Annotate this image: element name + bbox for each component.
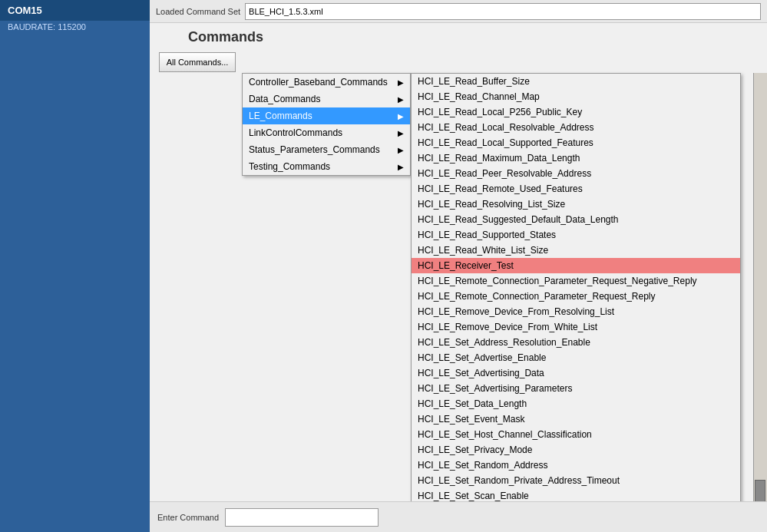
submenu-item-hci-le-set-random-address[interactable]: HCI_LE_Set_Random_Address bbox=[412, 458, 740, 473]
menu-item-status_parameters_commands[interactable]: Status_Parameters_Commands▶ bbox=[243, 141, 410, 158]
submenu-item-hci-le-receiver-test[interactable]: HCI_LE_Receiver_Test bbox=[412, 258, 740, 273]
commands-area: Commands All Commands... Controller_Base… bbox=[150, 23, 767, 501]
submenu-item-hci-le-set-advertising-data[interactable]: HCI_LE_Set_Advertising_Data bbox=[412, 365, 740, 381]
submenu-item-hci-le-set-random-private-address-timeout[interactable]: HCI_LE_Set_Random_Private_Address_Timeou… bbox=[412, 473, 740, 488]
sidebar-port: COM15 bbox=[0, 0, 150, 21]
le-commands-submenu: HCI_LE_Read_Buffer_SizeHCI_LE_Read_Chann… bbox=[411, 73, 741, 501]
submenu-item-hci-le-read-white-list-size[interactable]: HCI_LE_Read_White_List_Size bbox=[412, 243, 740, 258]
submenu-item-hci-le-remote-connection-parameter-request-negative-reply[interactable]: HCI_LE_Remote_Connection_Parameter_Reque… bbox=[412, 273, 740, 289]
command-set-input[interactable] bbox=[245, 3, 761, 20]
submenu-item-hci-le-remote-connection-parameter-request-reply[interactable]: HCI_LE_Remote_Connection_Parameter_Reque… bbox=[412, 289, 740, 304]
submenu-item-hci-le-set-privacy-mode[interactable]: HCI_LE_Set_Privacy_Mode bbox=[412, 442, 740, 458]
submenu-item-hci-le-remove-device-from-resolving-list[interactable]: HCI_LE_Remove_Device_From_Resolving_List bbox=[412, 304, 740, 319]
main-dropdown-menu: Controller_Baseband_Commands▶Data_Comman… bbox=[242, 73, 411, 176]
submenu-item-hci-le-read-resolving-list-size[interactable]: HCI_LE_Read_Resolving_List_Size bbox=[412, 197, 740, 212]
submenu-item-hci-le-set-advertising-parameters[interactable]: HCI_LE_Set_Advertising_Parameters bbox=[412, 381, 740, 396]
menu-item-controller_baseband_commands[interactable]: Controller_Baseband_Commands▶ bbox=[243, 74, 410, 91]
menu-item-data_commands[interactable]: Data_Commands▶ bbox=[243, 91, 410, 107]
menu-item-testing_commands[interactable]: Testing_Commands▶ bbox=[243, 158, 410, 175]
menu-item-linkcontrolcommands[interactable]: LinkControlCommands▶ bbox=[243, 124, 410, 141]
submenu-arrow: ▶ bbox=[398, 78, 404, 87]
scrollbar[interactable] bbox=[753, 73, 767, 501]
submenu-item-hci-le-read-peer-resolvable-address[interactable]: HCI_LE_Read_Peer_Resolvable_Address bbox=[412, 166, 740, 181]
submenu-item-hci-le-set-address-resolution-enable[interactable]: HCI_LE_Set_Address_Resolution_Enable bbox=[412, 335, 740, 350]
menu-item-le_commands[interactable]: LE_Commands▶ bbox=[243, 107, 410, 124]
submenu-item-hci-le-read-remote-used-features[interactable]: HCI_LE_Read_Remote_Used_Features bbox=[412, 181, 740, 197]
submenu-arrow: ▶ bbox=[398, 112, 404, 121]
port-label: COM15 bbox=[8, 5, 42, 16]
command-input[interactable] bbox=[225, 508, 379, 527]
all-commands-button[interactable]: All Commands... bbox=[159, 52, 236, 72]
submenu-item-hci-le-remove-device-from-white-list[interactable]: HCI_LE_Remove_Device_From_White_List bbox=[412, 319, 740, 335]
bottom-bar: Enter Command bbox=[150, 501, 767, 532]
submenu-arrow: ▶ bbox=[398, 95, 404, 104]
submenu-arrow: ▶ bbox=[398, 163, 404, 171]
submenu-item-hci-le-read-buffer-size[interactable]: HCI_LE_Read_Buffer_Size bbox=[412, 74, 740, 89]
submenu-item-hci-le-read-maximum-data-length[interactable]: HCI_LE_Read_Maximum_Data_Length bbox=[412, 150, 740, 166]
submenu-item-hci-le-set-host-channel-classification[interactable]: HCI_LE_Set_Host_Channel_Classification bbox=[412, 427, 740, 442]
submenu-item-hci-le-read-local-p256-public-key[interactable]: HCI_LE_Read_Local_P256_Public_Key bbox=[412, 104, 740, 120]
commands-title: Commands bbox=[188, 29, 263, 45]
sidebar: COM15 BAUDRATE: 115200 bbox=[0, 0, 150, 532]
submenu-item-hci-le-read-supported-states[interactable]: HCI_LE_Read_Supported_States bbox=[412, 227, 740, 243]
submenu-item-hci-le-read-local-supported-features[interactable]: HCI_LE_Read_Local_Supported_Features bbox=[412, 135, 740, 150]
submenu-item-hci-le-set-event-mask[interactable]: HCI_LE_Set_Event_Mask bbox=[412, 411, 740, 427]
submenu-item-hci-le-read-channel-map[interactable]: HCI_LE_Read_Channel_Map bbox=[412, 89, 740, 104]
submenu-item-hci-le-read-suggested-default-data-length[interactable]: HCI_LE_Read_Suggested_Default_Data_Lengt… bbox=[412, 212, 740, 227]
submenu-item-hci-le-read-local-resolvable-address[interactable]: HCI_LE_Read_Local_Resolvable_Address bbox=[412, 120, 740, 135]
enter-command-label: Enter Command bbox=[157, 513, 219, 522]
submenu-arrow: ▶ bbox=[398, 146, 404, 154]
submenu-item-hci-le-set-advertise-enable[interactable]: HCI_LE_Set_Advertise_Enable bbox=[412, 350, 740, 365]
sidebar-baudrate: BAUDRATE: 115200 bbox=[0, 21, 150, 33]
submenu-item-hci-le-set-scan-enable[interactable]: HCI_LE_Set_Scan_Enable bbox=[412, 488, 740, 501]
submenu-arrow: ▶ bbox=[398, 129, 404, 137]
submenu-item-hci-le-set-data-length[interactable]: HCI_LE_Set_Data_Length bbox=[412, 396, 740, 411]
top-bar: Loaded Command Set bbox=[150, 0, 767, 23]
main-area: Loaded Command Set Commands All Commands… bbox=[150, 0, 767, 532]
scroll-thumb[interactable] bbox=[755, 480, 765, 501]
loaded-command-set-label: Loaded Command Set bbox=[156, 7, 240, 16]
